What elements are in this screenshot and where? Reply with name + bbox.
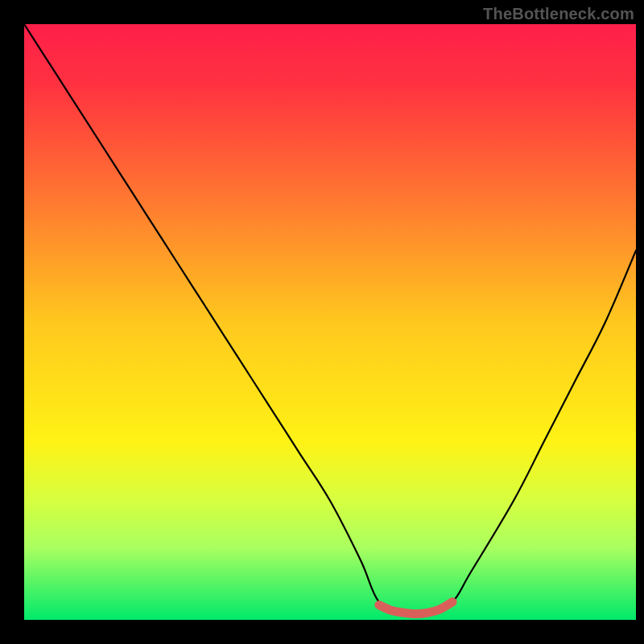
watermark-text: TheBottleneck.com [483, 5, 634, 23]
plot-area [24, 24, 636, 620]
bottleneck-curve [24, 24, 636, 616]
chart-frame: TheBottleneck.com [0, 0, 644, 644]
chart-svg [24, 24, 636, 620]
optimal-marker [379, 602, 452, 614]
